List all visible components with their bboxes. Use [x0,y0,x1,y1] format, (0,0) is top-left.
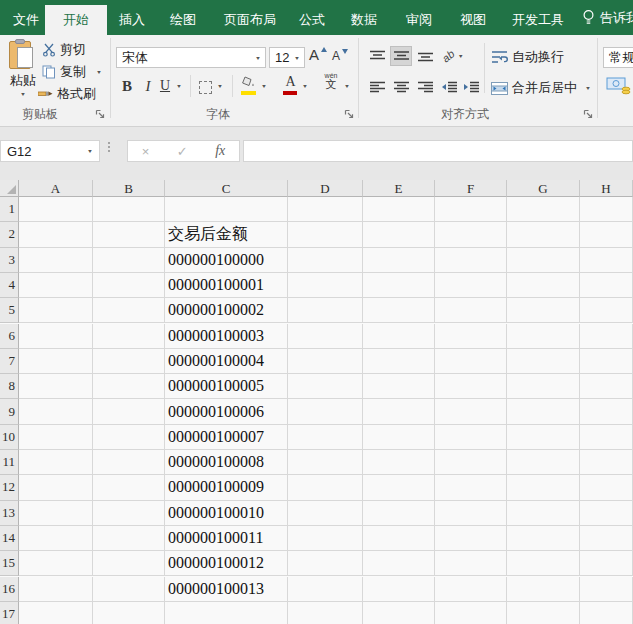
bold-button[interactable]: B [119,77,135,95]
cell-C14[interactable]: 000000100011 [165,526,288,551]
tab-developer[interactable]: 开发工具 [504,5,572,35]
underline-dropdown-arrow[interactable]: ▼ [176,83,182,88]
cell-H14[interactable] [580,526,633,551]
cell-F14[interactable] [435,526,507,551]
tab-insert[interactable]: 插入 [108,5,156,35]
column-header-H[interactable]: H [580,180,633,197]
row-header-13[interactable]: 13 [0,501,19,526]
cell-H4[interactable] [580,273,633,298]
align-center-button[interactable] [390,77,412,97]
cell-A13[interactable] [19,501,93,526]
phonetic-guide-button[interactable]: wén 文 [322,73,340,97]
cell-E11[interactable] [363,450,435,475]
column-header-D[interactable]: D [288,180,363,197]
cell-C7[interactable]: 000000100004 [165,349,288,374]
cell-C2[interactable]: 交易后金额 [165,222,288,247]
column-header-C[interactable]: C [165,180,288,197]
cell-D1[interactable] [288,197,363,222]
tab-view[interactable]: 视图 [449,5,497,35]
cell-B11[interactable] [93,450,165,475]
select-all-corner[interactable] [0,180,19,197]
grow-font-button[interactable]: A [309,46,327,66]
cell-H2[interactable] [580,222,633,247]
cell-C9[interactable]: 000000100006 [165,399,288,424]
cell-C8[interactable]: 000000100005 [165,374,288,399]
cell-D6[interactable] [288,324,363,349]
cell-H16[interactable] [580,577,633,602]
enter-icon[interactable]: ✓ [177,144,188,159]
cell-A6[interactable] [19,324,93,349]
cell-F12[interactable] [435,475,507,500]
cell-E1[interactable] [363,197,435,222]
align-top-button[interactable] [366,46,388,66]
align-right-button[interactable] [414,77,436,97]
cell-B2[interactable] [93,222,165,247]
cell-F5[interactable] [435,298,507,323]
cell-B17[interactable] [93,602,165,624]
cell-H9[interactable] [580,399,633,424]
cell-G7[interactable] [507,349,580,374]
italic-button[interactable]: I [141,77,155,95]
cell-C4[interactable]: 000000100001 [165,273,288,298]
cell-B6[interactable] [93,324,165,349]
cell-C15[interactable]: 000000100012 [165,551,288,576]
font-color-dropdown-arrow[interactable]: ▼ [302,83,308,88]
cell-A12[interactable] [19,475,93,500]
merge-center-button[interactable]: 合并后居中 ▼ [491,79,591,97]
cell-D16[interactable] [288,577,363,602]
cell-H6[interactable] [580,324,633,349]
cell-D5[interactable] [288,298,363,323]
row-header-7[interactable]: 7 [0,349,19,374]
cell-B4[interactable] [93,273,165,298]
row-header-5[interactable]: 5 [0,298,19,323]
row-header-2[interactable]: 2 [0,222,19,247]
cell-B3[interactable] [93,248,165,273]
cell-C3[interactable]: 000000100000 [165,248,288,273]
orientation-button[interactable]: ab ▼ [440,46,466,66]
cell-H10[interactable] [580,425,633,450]
cell-D9[interactable] [288,399,363,424]
cell-A16[interactable] [19,577,93,602]
cell-A17[interactable] [19,602,93,624]
cell-F10[interactable] [435,425,507,450]
cell-D15[interactable] [288,551,363,576]
cell-D3[interactable] [288,248,363,273]
wrap-text-button[interactable]: 自动换行 [491,48,564,66]
cell-B10[interactable] [93,425,165,450]
cell-G12[interactable] [507,475,580,500]
cell-C10[interactable]: 000000100007 [165,425,288,450]
cell-G11[interactable] [507,450,580,475]
cell-G9[interactable] [507,399,580,424]
cell-A7[interactable] [19,349,93,374]
column-header-B[interactable]: B [93,180,165,197]
cell-B5[interactable] [93,298,165,323]
cell-E4[interactable] [363,273,435,298]
cell-E16[interactable] [363,577,435,602]
cell-E17[interactable] [363,602,435,624]
row-header-17[interactable]: 17 [0,602,19,624]
cell-F7[interactable] [435,349,507,374]
cell-H7[interactable] [580,349,633,374]
borders-button[interactable] [199,78,212,96]
cell-E12[interactable] [363,475,435,500]
merge-center-dropdown-arrow[interactable]: ▼ [585,80,591,95]
cell-D4[interactable] [288,273,363,298]
cell-D14[interactable] [288,526,363,551]
row-header-12[interactable]: 12 [0,475,19,500]
name-box-dropdown-arrow[interactable]: ▼ [87,148,99,153]
orientation-dropdown-arrow[interactable]: ▼ [458,53,464,58]
tab-page-layout[interactable]: 页面布局 [214,5,286,35]
row-header-14[interactable]: 14 [0,526,19,551]
align-left-button[interactable] [366,77,388,97]
cell-E3[interactable] [363,248,435,273]
cell-B9[interactable] [93,399,165,424]
cell-A5[interactable] [19,298,93,323]
row-header-4[interactable]: 4 [0,273,19,298]
accounting-format-button[interactable] [606,76,632,96]
increase-indent-button[interactable] [460,77,482,97]
cell-G15[interactable] [507,551,580,576]
tab-home[interactable]: 开始 [45,5,107,35]
row-header-16[interactable]: 16 [0,577,19,602]
cell-D7[interactable] [288,349,363,374]
cell-D17[interactable] [288,602,363,624]
